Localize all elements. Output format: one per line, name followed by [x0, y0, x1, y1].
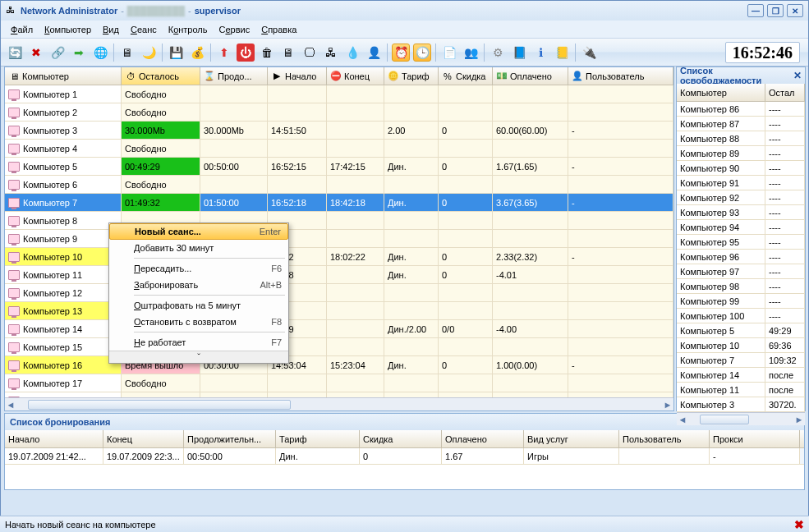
menu-item[interactable]: Оштрафовать на 5 минут — [109, 297, 288, 314]
side-col-computer[interactable]: Компьютер — [677, 84, 765, 101]
list-item[interactable]: Компьютер 14после — [677, 368, 805, 383]
menu-item[interactable]: ЗабронироватьAlt+B — [109, 277, 288, 293]
tb-delete-icon[interactable]: ✖ — [27, 44, 45, 62]
tb-globe-icon[interactable]: 🌐 — [91, 44, 109, 62]
bcol-user[interactable]: Пользователь — [619, 430, 710, 447]
tb-gear-icon[interactable]: ⚙ — [489, 44, 507, 62]
tb-refresh-icon[interactable]: 🔄 — [6, 44, 24, 62]
side-scroll-right-icon[interactable]: ► — [793, 414, 805, 425]
menu-control[interactable]: Контроль — [163, 23, 213, 36]
table-row[interactable]: Компьютер 16Время вышло00:30:0014:53:041… — [5, 356, 673, 374]
table-row[interactable]: Компьютер 1452:39Дин./2.000/0-4.00 — [5, 320, 673, 338]
list-item[interactable]: Компьютер 100---- — [677, 309, 805, 323]
main-hscroll[interactable]: ◄ ► — [5, 397, 673, 410]
side-close-icon[interactable]: ✕ — [793, 70, 802, 81]
table-row[interactable]: Компьютер 2Свободно — [5, 103, 673, 122]
list-item[interactable]: Компьютер 88---- — [677, 131, 805, 146]
tb-info-icon[interactable]: ℹ — [531, 44, 549, 62]
table-row[interactable]: Компьютер 9 — [5, 230, 673, 248]
bcol-paid[interactable]: Оплачено — [442, 430, 524, 447]
tb-drop-icon[interactable]: 💧 — [343, 44, 361, 62]
col-tariff[interactable]: 🪙Тариф — [384, 67, 439, 85]
list-item[interactable]: Компьютер 87---- — [677, 117, 805, 131]
tb-screen-icon[interactable]: 🖥 — [118, 44, 136, 62]
tb-clock-icon[interactable]: 🕒 — [413, 44, 431, 62]
list-item[interactable]: Компьютер 90---- — [677, 161, 805, 176]
scroll-right-icon[interactable]: ► — [662, 399, 673, 410]
tb-net-icon[interactable]: 🖧 — [322, 44, 340, 62]
scroll-left-icon[interactable]: ◄ — [5, 399, 16, 410]
table-row[interactable]: Компьютер 1Свободно — [5, 85, 673, 103]
tb-user-icon[interactable]: 👤 — [365, 44, 383, 62]
col-start[interactable]: ▶Начало — [268, 67, 327, 85]
booking-row[interactable]: 19.07.2009 21:42... 19.07.2009 22:3... 0… — [5, 448, 804, 465]
list-item[interactable]: Компьютер 94---- — [677, 220, 805, 235]
menu-session[interactable]: Сеанс — [126, 23, 162, 36]
list-item[interactable]: Компьютер 7109:32 — [677, 353, 805, 368]
tb-power-icon[interactable]: ⏻ — [237, 44, 255, 62]
side-scroll-left-icon[interactable]: ◄ — [677, 414, 688, 425]
list-item[interactable]: Компьютер 11после — [677, 383, 805, 397]
list-item[interactable]: Компьютер 86---- — [677, 102, 805, 117]
list-item[interactable]: Компьютер 99---- — [677, 294, 805, 309]
menu-item[interactable]: Новый сеанс...Enter — [109, 223, 288, 240]
table-row[interactable]: Компьютер 330.000Mb30.000Mb14:51:502.000… — [5, 122, 673, 140]
table-row[interactable]: Компьютер 15 — [5, 338, 673, 356]
chevron-down-icon[interactable]: ˇ — [109, 351, 288, 363]
col-paid[interactable]: 💵Оплачено — [493, 67, 568, 85]
tb-up-icon[interactable]: ⬆ — [215, 44, 233, 62]
tb-users-icon[interactable]: 👥 — [462, 44, 480, 62]
table-row[interactable]: Компьютер 701:49:3201:50:0016:52:1818:42… — [5, 194, 673, 212]
tb-go-icon[interactable]: ➡ — [70, 44, 88, 62]
menu-item[interactable]: Остановить с возвратомF8 — [109, 314, 288, 330]
tb-money-icon[interactable]: 💰 — [188, 44, 206, 62]
col-end[interactable]: ⛔Конец — [327, 67, 384, 85]
tb-monitor2-icon[interactable]: 🖵 — [301, 44, 319, 62]
table-row[interactable]: Компьютер 12 — [5, 284, 673, 302]
list-item[interactable]: Компьютер 96---- — [677, 250, 805, 264]
bcol-disc[interactable]: Скидка — [360, 430, 442, 447]
bcol-dur[interactable]: Продолжительн... — [184, 430, 276, 447]
close-button[interactable]: ✕ — [787, 4, 803, 17]
table-row[interactable]: Компьютер 6Свободно — [5, 176, 673, 194]
table-row[interactable]: Компьютер 1152:18Дин.0-4.01 — [5, 266, 673, 284]
menu-item[interactable]: Не работаетF7 — [109, 334, 288, 351]
bcol-svc[interactable]: Вид услуг — [524, 430, 619, 447]
side-col-remain[interactable]: Остал — [765, 84, 805, 101]
maximize-button[interactable]: ❐ — [767, 4, 784, 17]
menu-file[interactable]: Файл — [6, 23, 38, 36]
tb-monitor1-icon[interactable]: 🖥 — [279, 44, 297, 62]
table-row[interactable]: Компьютер 4Свободно — [5, 140, 673, 158]
menu-view[interactable]: Вид — [98, 23, 124, 36]
bcol-proxy[interactable]: Прокси — [710, 430, 800, 447]
tb-night-icon[interactable]: 🌙 — [140, 44, 158, 62]
scroll-thumb[interactable] — [28, 400, 291, 410]
col-computer[interactable]: 🖥Компьютер — [5, 67, 122, 85]
list-item[interactable]: Компьютер 1069:36 — [677, 338, 805, 353]
list-item[interactable]: Компьютер 97---- — [677, 264, 805, 279]
side-scroll-thumb[interactable] — [700, 415, 749, 424]
list-item[interactable]: Компьютер 89---- — [677, 146, 805, 161]
menu-item[interactable]: Пересадить...F6 — [109, 260, 288, 277]
tb-trash-icon[interactable]: 🗑 — [258, 44, 276, 62]
menu-help[interactable]: Справка — [256, 23, 301, 36]
table-row[interactable]: Компьютер 1052:2218:02:22Дин.02.33(2.32)… — [5, 248, 673, 266]
table-row[interactable]: Компьютер 8 — [5, 212, 673, 230]
tb-doc-icon[interactable]: 📄 — [440, 44, 458, 62]
col-user[interactable]: 👤Пользователь — [568, 67, 673, 85]
tb-link-icon[interactable]: 🔗 — [48, 44, 67, 62]
side-hscroll[interactable]: ◄ ► — [677, 412, 805, 425]
col-duration[interactable]: ⌛Продо... — [200, 67, 268, 85]
menu-service[interactable]: Сервис — [214, 23, 255, 36]
list-item[interactable]: Компьютер 93---- — [677, 205, 805, 220]
table-row[interactable]: Компьютер 17Свободно — [5, 374, 673, 392]
menu-computer[interactable]: Компьютер — [39, 23, 96, 36]
menu-item[interactable]: Добавить 30 минут — [109, 240, 288, 256]
minimize-button[interactable]: — — [747, 4, 764, 17]
tb-disk-icon[interactable]: 💾 — [167, 44, 185, 62]
tb-plug-icon[interactable]: 🔌 — [580, 44, 598, 62]
list-item[interactable]: Компьютер 95---- — [677, 235, 805, 250]
list-item[interactable]: Компьютер 549:29 — [677, 323, 805, 338]
table-row[interactable]: Компьютер 500:49:2900:50:0016:52:1517:42… — [5, 158, 673, 176]
bcol-end[interactable]: Конец — [103, 430, 184, 447]
